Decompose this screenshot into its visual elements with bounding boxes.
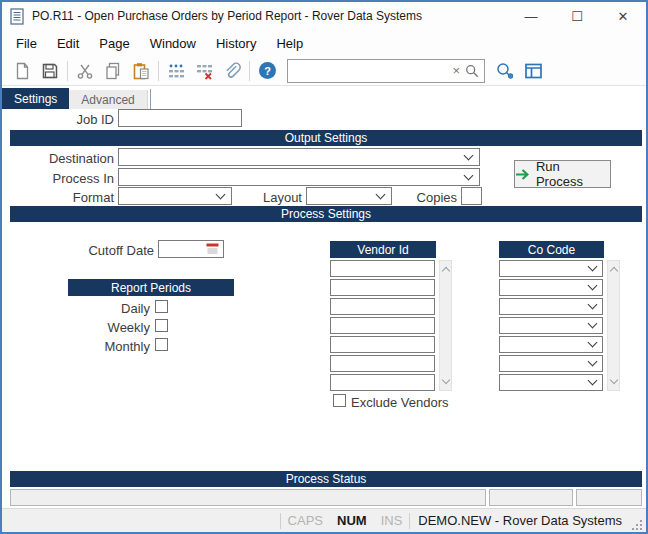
co-code-select[interactable] [499, 336, 603, 353]
menu-history[interactable]: History [206, 32, 266, 55]
search-clear-icon[interactable]: × [447, 63, 465, 78]
search-input[interactable] [293, 64, 447, 78]
layout-select[interactable] [306, 187, 392, 205]
co-code-select[interactable] [499, 355, 603, 372]
copy-icon [104, 62, 122, 80]
document-icon [10, 8, 24, 25]
attachment-button[interactable] [218, 58, 246, 84]
process-in-select[interactable] [118, 168, 480, 186]
chevron-down-icon [588, 319, 598, 329]
chevron-down-icon [464, 150, 474, 160]
layout-label: Layout [242, 190, 302, 205]
exclude-vendors-label: Exclude Vendors [351, 395, 449, 410]
weekly-label: Weekly [2, 320, 150, 335]
num-indicator: NUM [330, 513, 374, 528]
process-status-header: Process Status [10, 471, 642, 487]
co-code-select[interactable] [499, 317, 603, 334]
chevron-down-icon [588, 376, 598, 386]
layout-button[interactable] [519, 58, 547, 84]
chevron-down-icon [216, 189, 226, 199]
tab-advanced[interactable]: Advanced [69, 90, 147, 109]
toolbar-separator [158, 61, 159, 81]
copies-label: Copies [395, 190, 457, 205]
tab-divider [150, 89, 151, 109]
process-status-field [576, 489, 642, 506]
scroll-up-icon[interactable] [441, 267, 449, 275]
new-document-button[interactable] [8, 58, 36, 84]
co-code-select[interactable] [499, 374, 603, 391]
co-code-select[interactable] [499, 279, 603, 296]
co-code-scrollbar[interactable] [607, 260, 620, 391]
process-status-field [489, 489, 573, 506]
tab-settings[interactable]: Settings [2, 88, 69, 109]
copy-button[interactable] [99, 58, 127, 84]
process-settings-header: Process Settings [10, 206, 642, 222]
run-process-button[interactable]: Run Process [514, 160, 611, 188]
vendor-id-input[interactable] [330, 317, 435, 334]
format-select[interactable] [118, 187, 232, 205]
calendar-icon[interactable] [206, 243, 219, 255]
insert-rows-icon [167, 62, 186, 80]
daily-label: Daily [2, 301, 150, 316]
daily-checkbox[interactable] [155, 300, 168, 313]
scroll-down-icon[interactable] [441, 376, 449, 384]
toolbar-separator [249, 61, 250, 81]
co-code-select[interactable] [499, 260, 603, 277]
new-document-icon [14, 62, 31, 80]
cutoff-date-input[interactable] [158, 240, 224, 258]
copies-input[interactable] [461, 187, 482, 205]
vendor-id-header: Vendor Id [330, 241, 436, 258]
lookup-icon [495, 62, 515, 80]
monthly-label: Monthly [2, 339, 150, 354]
vendor-id-input[interactable] [330, 298, 435, 315]
window-title: PO.R11 - Open Purchase Orders by Period … [32, 9, 422, 23]
help-button[interactable]: ? [253, 58, 281, 84]
tab-strip: Settings Advanced [2, 88, 646, 109]
vendor-id-input[interactable] [330, 279, 435, 296]
paste-button[interactable] [127, 58, 155, 84]
menu-help[interactable]: Help [266, 32, 313, 55]
app-window: PO.R11 - Open Purchase Orders by Period … [0, 0, 648, 534]
svg-text:?: ? [264, 65, 271, 77]
caps-indicator: CAPS [281, 513, 330, 528]
chevron-down-icon [588, 338, 598, 348]
vendor-id-input[interactable] [330, 336, 435, 353]
status-bar: CAPS NUM INS DEMO.NEW - Rover Data Syste… [2, 508, 646, 532]
cut-button[interactable] [71, 58, 99, 84]
maximize-button[interactable]: ☐ [554, 2, 600, 30]
delete-rows-button[interactable] [190, 58, 218, 84]
paperclip-icon [223, 62, 241, 80]
co-code-select[interactable] [499, 298, 603, 315]
lookup-button[interactable] [491, 58, 519, 84]
close-button[interactable]: ✕ [600, 2, 646, 30]
format-label: Format [2, 190, 114, 205]
menu-edit[interactable]: Edit [47, 32, 89, 55]
resize-grip[interactable] [630, 518, 644, 532]
chevron-down-icon [588, 262, 598, 272]
weekly-checkbox[interactable] [155, 319, 168, 332]
exclude-vendors-checkbox[interactable] [333, 394, 346, 407]
scroll-up-icon[interactable] [609, 267, 617, 275]
chevron-down-icon [464, 170, 474, 180]
scroll-down-icon[interactable] [609, 376, 617, 384]
search-icon[interactable] [465, 64, 479, 78]
chevron-down-icon [588, 300, 598, 310]
vendor-id-input[interactable] [330, 355, 435, 372]
monthly-checkbox[interactable] [155, 338, 168, 351]
save-button[interactable] [36, 58, 64, 84]
vendor-id-input[interactable] [330, 374, 435, 391]
vendor-id-scrollbar[interactable] [439, 260, 452, 391]
menu-page[interactable]: Page [89, 32, 139, 55]
destination-label: Destination [2, 151, 114, 166]
cutoff-date-label: Cutoff Date [2, 243, 154, 258]
insert-rows-button[interactable] [162, 58, 190, 84]
destination-select[interactable] [118, 148, 480, 166]
report-periods-header: Report Periods [68, 279, 234, 296]
minimize-button[interactable]: — [508, 2, 554, 30]
vendor-id-input[interactable] [330, 260, 435, 277]
chevron-down-icon [588, 357, 598, 367]
job-id-input[interactable] [118, 109, 242, 127]
session-label: DEMO.NEW - Rover Data Systems [410, 513, 630, 528]
menu-window[interactable]: Window [140, 32, 206, 55]
menu-file[interactable]: File [6, 32, 47, 55]
